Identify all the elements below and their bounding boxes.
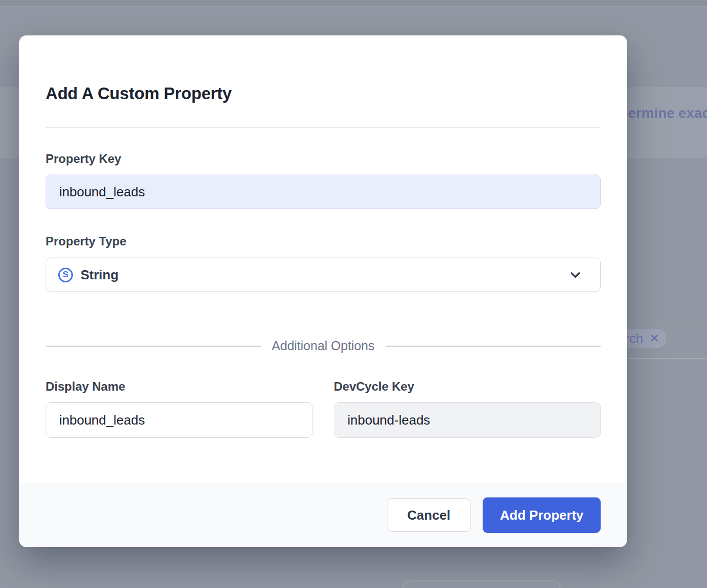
dialog-body: Add A Custom Property Property Key Prope…: [19, 35, 627, 438]
property-type-value: String: [81, 267, 569, 283]
divider-line-right: [385, 346, 601, 347]
title-divider: [46, 127, 601, 128]
additional-options-label: Additional Options: [272, 339, 375, 353]
string-type-icon: S: [58, 268, 73, 282]
background-card-outline: [403, 580, 561, 588]
dialog-footer: Cancel Add Property: [19, 483, 627, 547]
property-type-select[interactable]: S String: [46, 258, 601, 292]
dialog-title: Add A Custom Property: [46, 35, 601, 104]
devcycle-key-input: [334, 402, 601, 438]
property-key-label: Property Key: [46, 152, 601, 165]
divider-line-left: [46, 346, 261, 347]
display-name-label: Display Name: [46, 380, 312, 393]
additional-options-fields: Display Name DevCycle Key: [46, 380, 601, 438]
additional-options-divider: Additional Options: [46, 339, 601, 353]
background-banner-text: ermine exact: [628, 105, 707, 121]
property-type-label: Property Type: [46, 235, 601, 248]
chevron-down-icon: [569, 268, 582, 281]
devcycle-key-field: DevCycle Key: [334, 380, 601, 438]
close-icon: ✕: [649, 331, 659, 346]
property-key-input[interactable]: [46, 175, 601, 209]
display-name-field: Display Name: [46, 380, 312, 438]
background-top-bar: [0, 0, 707, 7]
cancel-button[interactable]: Cancel: [387, 498, 470, 532]
display-name-input[interactable]: [46, 402, 312, 438]
devcycle-key-label: DevCycle Key: [334, 380, 601, 393]
add-custom-property-dialog: Add A Custom Property Property Key Prope…: [19, 35, 627, 547]
add-property-button[interactable]: Add Property: [483, 497, 601, 533]
screen: ermine exact arch ✕ Add A Custom Propert…: [0, 0, 707, 588]
